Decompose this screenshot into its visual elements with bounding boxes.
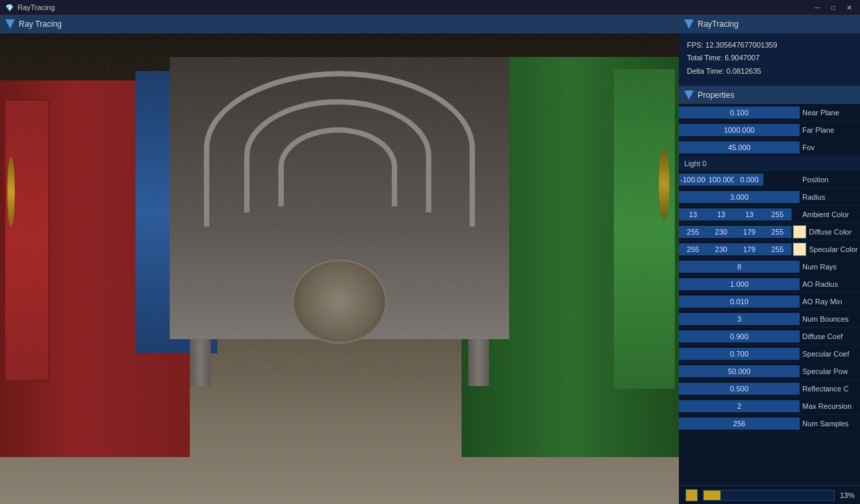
reflectance-c-label: Reflectance C <box>800 385 860 393</box>
diffuse-color-swatch[interactable] <box>793 225 806 239</box>
properties-header-icon <box>684 90 694 100</box>
ao-radius-input[interactable] <box>679 278 800 290</box>
right-panel: RayTracing FPS: 12.305647677001359 Total… <box>679 15 860 504</box>
diffuse-color-label: Diffuse Color <box>806 228 860 236</box>
fov-cell[interactable] <box>679 141 800 153</box>
ao-ray-min-input[interactable] <box>679 296 800 308</box>
viewport-content[interactable] <box>0 34 679 504</box>
specular-g-input[interactable] <box>707 243 735 255</box>
near-plane-label: Near Plane <box>800 109 860 117</box>
position-row: Position <box>679 171 860 188</box>
viewport-panel: Ray Tracing <box>0 15 679 504</box>
right-panel-title: RayTracing <box>698 19 739 29</box>
ambient-g-input[interactable] <box>707 208 735 220</box>
light-section-label: Light 0 <box>679 160 739 168</box>
reflectance-c-cell[interactable] <box>679 383 800 395</box>
specular-a-input[interactable] <box>763 243 792 255</box>
ambient-color-cell[interactable] <box>679 208 800 220</box>
reflectance-c-input[interactable] <box>679 383 800 395</box>
close-button[interactable]: ✕ <box>844 2 855 13</box>
progress-swatch <box>686 489 698 501</box>
near-plane-input[interactable] <box>679 107 800 119</box>
radius-cell[interactable] <box>679 191 800 203</box>
specular-color-cell[interactable] <box>679 243 806 256</box>
num-bounces-cell[interactable] <box>679 313 800 325</box>
num-rays-label: Num Rays <box>800 263 860 271</box>
num-bounces-row: Num Bounces <box>679 310 860 328</box>
delta-time-row: Delta Time: 0.0812635 <box>687 66 852 76</box>
diffuse-coef-cell[interactable] <box>679 330 800 342</box>
specular-coef-cell[interactable] <box>679 348 800 360</box>
num-bounces-input[interactable] <box>679 313 800 325</box>
main-container: Ray Tracing <box>0 15 860 504</box>
reflectance-c-row: Reflectance C <box>679 380 860 397</box>
specular-coef-input[interactable] <box>679 348 800 360</box>
diffuse-coef-row: Diffuse Coef <box>679 328 860 345</box>
far-plane-row: Far Plane <box>679 121 860 139</box>
specular-pow-input[interactable] <box>679 365 800 377</box>
total-time-label: Total Time: <box>687 54 722 62</box>
minimize-button[interactable]: ─ <box>812 2 822 13</box>
fps-row: FPS: 12.305647677001359 <box>687 40 852 50</box>
ao-radius-row: AO Radius <box>679 275 860 293</box>
diffuse-a-input[interactable] <box>763 226 792 238</box>
diffuse-coef-label: Diffuse Coef <box>800 332 860 340</box>
fov-input[interactable] <box>679 141 800 153</box>
specular-r-input[interactable] <box>679 243 707 255</box>
viewport-header-icon <box>5 19 15 29</box>
diffuse-color-row: Diffuse Color <box>679 223 860 241</box>
far-plane-input[interactable] <box>679 124 800 136</box>
far-plane-cell[interactable] <box>679 124 800 136</box>
diffuse-coef-input[interactable] <box>679 330 800 342</box>
specular-color-row: Specular Color <box>679 241 860 258</box>
position-label: Position <box>800 176 860 184</box>
left-banner <box>4 99 50 381</box>
fps-label: FPS: <box>687 41 703 49</box>
viewport-header: Ray Tracing <box>0 15 679 34</box>
num-rays-row: Num Rays <box>679 258 860 275</box>
near-plane-cell[interactable] <box>679 107 800 119</box>
properties-content[interactable]: Near Plane Far Plane Fov Light 0 <box>679 104 860 485</box>
position-x-input[interactable] <box>679 174 707 186</box>
diffuse-g-input[interactable] <box>707 226 735 238</box>
progress-text: 13% <box>840 491 855 499</box>
diffuse-b-input[interactable] <box>735 226 763 238</box>
ao-ray-min-cell[interactable] <box>679 296 800 308</box>
title-bar-controls: ─ □ ✕ <box>812 2 855 13</box>
max-recursion-label: Max Recursion <box>800 402 860 410</box>
specular-color-swatch[interactable] <box>793 243 806 256</box>
max-recursion-cell[interactable] <box>679 400 800 412</box>
radius-label: Radius <box>800 193 860 201</box>
specular-b-input[interactable] <box>735 243 763 255</box>
num-rays-input[interactable] <box>679 261 800 273</box>
position-y-input[interactable] <box>707 174 735 186</box>
corridor-scene <box>0 34 679 504</box>
right-banner <box>614 69 675 389</box>
progress-bar-container <box>703 490 835 501</box>
maximize-button[interactable]: □ <box>828 2 839 13</box>
fov-label: Fov <box>800 143 860 151</box>
properties-header: Properties <box>679 86 860 104</box>
specular-pow-cell[interactable] <box>679 365 800 377</box>
ao-ray-min-row: AO Ray Min <box>679 293 860 310</box>
title-bar-left: 💎 RayTracing <box>5 3 55 11</box>
num-samples-label: Num Samples <box>800 420 860 428</box>
specular-pow-row: Specular Pow <box>679 363 860 380</box>
ambient-b-input[interactable] <box>735 208 763 220</box>
right-panel-icon <box>684 19 694 29</box>
diffuse-r-input[interactable] <box>679 226 707 238</box>
max-recursion-input[interactable] <box>679 400 800 412</box>
ao-radius-cell[interactable] <box>679 278 800 290</box>
position-cell[interactable] <box>679 174 800 186</box>
num-rays-cell[interactable] <box>679 261 800 273</box>
ambient-a-input[interactable] <box>763 208 792 220</box>
ambient-r-input[interactable] <box>679 208 707 220</box>
num-samples-input[interactable] <box>679 418 800 430</box>
diffuse-color-cell[interactable] <box>679 225 806 239</box>
position-z-input[interactable] <box>735 174 763 186</box>
stats-section: FPS: 12.305647677001359 Total Time: 6.90… <box>679 34 860 86</box>
num-samples-cell[interactable] <box>679 418 800 430</box>
max-recursion-row: Max Recursion <box>679 397 860 415</box>
specular-coef-label: Specular Coef <box>800 350 860 358</box>
radius-input[interactable] <box>679 191 800 203</box>
